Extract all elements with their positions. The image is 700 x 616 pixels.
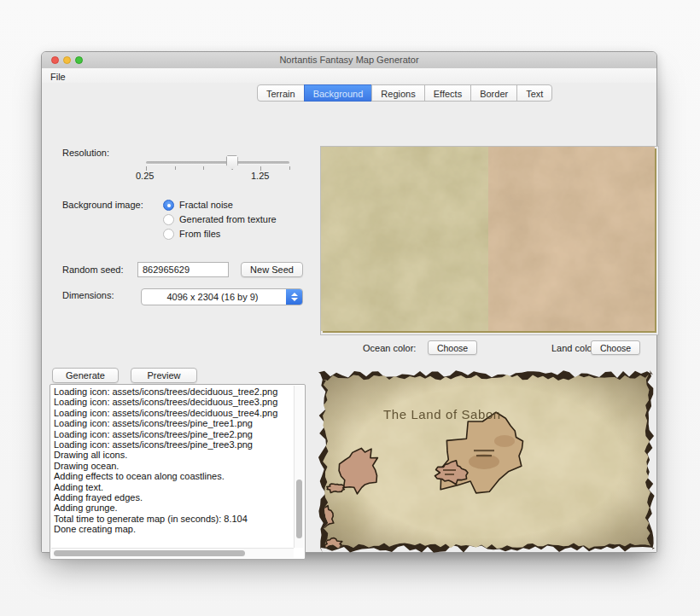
radio-label: Generated from texture	[179, 214, 277, 224]
radio-fractal-noise[interactable]: Fractal noise	[163, 199, 233, 211]
log-line: Adding effects to ocean along coastlines…	[54, 471, 291, 481]
log-line: Done creating map.	[54, 524, 291, 534]
vertical-scrollbar[interactable]	[294, 386, 304, 548]
log-line: Loading icon: assets/icons/trees/pine_tr…	[54, 418, 291, 428]
radio-label: Fractal noise	[179, 200, 233, 210]
random-seed-label: Random seed:	[62, 264, 124, 275]
tab-border[interactable]: Border	[470, 84, 517, 102]
tab-strip: Terrain Background Regions Effects Borde…	[257, 84, 552, 102]
log-line: Loading icon: assets/icons/trees/deciduo…	[54, 397, 291, 407]
slider-max-label: 1.25	[251, 171, 269, 181]
ocean-color-label: Ocean color:	[363, 343, 416, 353]
horizontal-scrollbar-thumb[interactable]	[54, 550, 245, 556]
menu-bar: File	[42, 68, 656, 84]
tab-background[interactable]: Background	[304, 84, 373, 102]
slider-tick	[203, 166, 204, 170]
chevron-up-icon	[291, 293, 298, 296]
log-line: Loading icon: assets/icons/trees/pine_tr…	[54, 429, 291, 439]
background-tab-panel: Terrain Background Regions Effects Borde…	[42, 83, 656, 552]
radio-from-files[interactable]: From files	[163, 228, 220, 240]
ocean-texture-sample	[321, 147, 488, 331]
island-shading	[494, 435, 515, 447]
land-color-choose-button[interactable]: Choose	[591, 340, 640, 355]
map-title: The Land of Sabon	[383, 407, 501, 421]
resolution-label: Resolution:	[62, 148, 109, 158]
log-line: Adding text.	[54, 482, 291, 492]
dimensions-label: Dimensions:	[62, 290, 114, 300]
generate-button[interactable]: Generate	[52, 368, 119, 383]
desktop: Nortantis Fantasy Map Generator File Ter…	[0, 0, 700, 616]
background-image-label: Background image:	[62, 200, 143, 210]
tab-text[interactable]: Text	[516, 84, 552, 102]
radio-generated-from-texture[interactable]: Generated from texture	[163, 213, 277, 225]
log-line: Total time to generate map (in seconds):…	[54, 514, 291, 524]
new-seed-button[interactable]: New Seed	[241, 262, 303, 277]
log-line: Adding frayed edges.	[54, 492, 291, 503]
dimensions-selected-value: 4096 x 2304 (16 by 9)	[142, 289, 283, 305]
log-line: Drawing all icons.	[54, 450, 291, 460]
vertical-scrollbar-thumb[interactable]	[296, 479, 302, 538]
random-seed-input[interactable]	[137, 262, 229, 277]
tab-effects[interactable]: Effects	[424, 84, 471, 102]
slider-track[interactable]	[146, 161, 289, 164]
app-window: Nortantis Fantasy Map Generator File Ter…	[41, 51, 657, 553]
window-title: Nortantis Fantasy Map Generator	[42, 52, 656, 68]
land-texture-sample	[488, 147, 655, 331]
dropdown-stepper-icon[interactable]	[286, 289, 302, 305]
slider-min-label: 0.25	[136, 171, 154, 181]
tab-terrain[interactable]: Terrain	[257, 84, 305, 102]
slider-tick	[175, 166, 176, 170]
texture-preview	[320, 146, 659, 335]
preview-button[interactable]: Preview	[131, 368, 197, 383]
ocean-color-choose-button[interactable]: Choose	[428, 340, 477, 355]
dimensions-dropdown[interactable]: 4096 x 2304 (16 by 9)	[141, 288, 303, 305]
radio-button-icon[interactable]	[163, 200, 174, 211]
log-line: Loading icon: assets/icons/trees/deciduo…	[54, 408, 291, 418]
title-bar[interactable]: Nortantis Fantasy Map Generator	[42, 52, 656, 69]
slider-thumb[interactable]	[226, 155, 238, 170]
log-line: Loading icon: assets/icons/trees/deciduo…	[54, 386, 291, 397]
map-preview: The Land of Sabon	[315, 366, 658, 557]
tab-regions[interactable]: Regions	[371, 84, 424, 102]
log-lines: Loading icon: assets/icons/trees/deciduo…	[54, 386, 291, 545]
log-line: Drawing ocean.	[54, 461, 291, 471]
radio-button-icon[interactable]	[163, 214, 174, 225]
horizontal-scrollbar[interactable]	[51, 548, 294, 558]
log-output-area[interactable]: Loading icon: assets/icons/trees/deciduo…	[50, 384, 306, 560]
log-line: Adding grunge.	[54, 503, 291, 513]
radio-label: From files	[179, 229, 220, 239]
chevron-down-icon	[291, 298, 298, 301]
slider-tick	[289, 166, 290, 170]
log-line: Loading icon: assets/icons/trees/pine_tr…	[54, 439, 291, 450]
radio-button-icon[interactable]	[163, 229, 174, 240]
